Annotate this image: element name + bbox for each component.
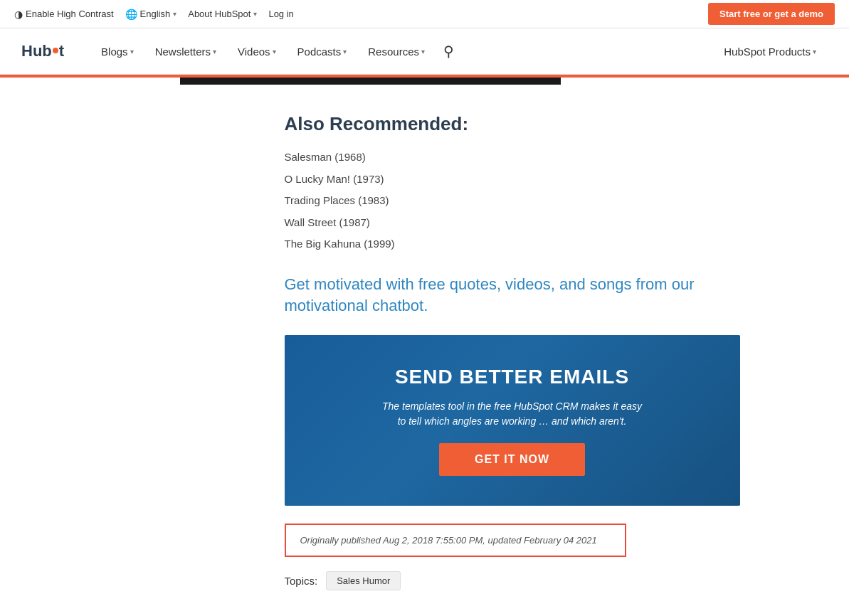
- search-icon[interactable]: ⚲: [438, 37, 460, 65]
- high-contrast-toggle[interactable]: ◑ Enable High Contrast: [14, 9, 114, 20]
- nav-products[interactable]: HubSpot Products ▾: [712, 40, 828, 63]
- recommended-list: Salesman (1968) O Lucky Man! (1973) Trad…: [285, 149, 717, 253]
- about-chevron-icon: ▾: [253, 10, 257, 18]
- logo-dot: [53, 48, 58, 53]
- globe-icon: 🌐: [125, 9, 137, 20]
- topic-tag-sales-humor[interactable]: Sales Humor: [326, 571, 401, 590]
- contrast-icon: ◑: [14, 9, 23, 20]
- cta-banner-content: SEND BETTER EMAILS The templates tool in…: [363, 351, 662, 490]
- hubspot-logo[interactable]: Hubt: [21, 42, 64, 60]
- list-item: The Big Kahuna (1999): [285, 236, 717, 253]
- blogs-chevron-icon: ▾: [130, 48, 134, 55]
- language-label: English: [140, 9, 171, 19]
- videos-chevron-icon: ▾: [273, 48, 276, 55]
- about-hubspot-link[interactable]: About HubSpot ▾: [188, 9, 257, 19]
- topics-row: Topics: Sales Humor: [285, 571, 717, 590]
- cta-banner: SEND BETTER EMAILS The templates tool in…: [285, 335, 740, 506]
- about-label: About HubSpot: [188, 9, 251, 19]
- also-recommended-title: Also Recommended:: [285, 113, 717, 135]
- nav-newsletters[interactable]: Newsletters ▾: [147, 40, 225, 63]
- products-chevron-icon: ▾: [813, 48, 816, 55]
- login-link[interactable]: Log in: [268, 9, 293, 19]
- language-selector[interactable]: 🌐 English ▾: [125, 9, 177, 20]
- list-item: Salesman (1968): [285, 149, 717, 166]
- nav-podcasts[interactable]: Podcasts ▾: [289, 40, 356, 63]
- topics-label: Topics:: [285, 575, 318, 587]
- main-content: Also Recommended: Salesman (1968) O Luck…: [105, 85, 745, 616]
- start-free-button[interactable]: Start free or get a demo: [708, 3, 835, 25]
- list-item: Trading Places (1983): [285, 193, 717, 209]
- high-contrast-label: Enable High Contrast: [26, 9, 114, 19]
- nav-blogs[interactable]: Blogs ▾: [93, 40, 142, 63]
- nav-items: Blogs ▾ Newsletters ▾ Videos ▾ Podcasts …: [93, 37, 712, 65]
- language-chevron-icon: ▾: [173, 10, 176, 18]
- published-text: Originally published Aug 2, 2018 7:55:00…: [300, 535, 597, 546]
- main-nav: Hubt Blogs ▾ Newsletters ▾ Videos ▾ Podc…: [0, 28, 849, 75]
- cta-banner-title: SEND BETTER EMAILS: [377, 366, 648, 388]
- cta-banner-subtitle: The templates tool in the free HubSpot C…: [377, 399, 648, 429]
- published-info-box: Originally published Aug 2, 2018 7:55:00…: [285, 524, 626, 557]
- nav-resources[interactable]: Resources ▾: [359, 40, 433, 63]
- nav-videos[interactable]: Videos ▾: [229, 40, 285, 63]
- list-item: O Lucky Man! (1973): [285, 171, 717, 188]
- article-image-bar: [180, 78, 561, 85]
- top-bar: ◑ Enable High Contrast 🌐 English ▾ About…: [0, 0, 849, 28]
- podcasts-chevron-icon: ▾: [343, 48, 347, 55]
- list-item: Wall Street (1987): [285, 215, 717, 231]
- chatbot-link[interactable]: Get motivated with free quotes, videos, …: [285, 274, 717, 318]
- get-it-now-button[interactable]: GET IT NOW: [439, 443, 585, 476]
- resources-chevron-icon: ▾: [421, 48, 425, 55]
- newsletters-chevron-icon: ▾: [213, 48, 216, 55]
